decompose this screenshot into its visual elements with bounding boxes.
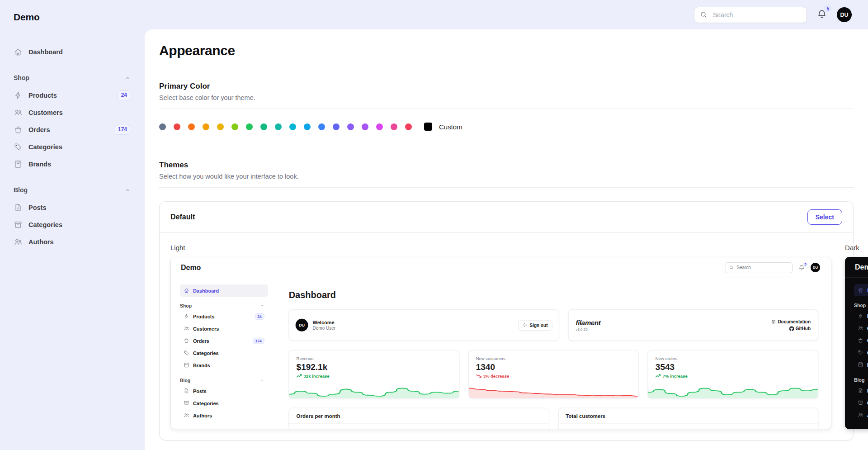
preview-sidebar: DashboardShopProducts24CustomersOrders17… (171, 278, 277, 429)
color-swatch-green[interactable] (246, 123, 253, 130)
preview-page-title: Dashboard (289, 290, 818, 300)
sidebar-item-dashboard[interactable]: Dashboard (14, 43, 131, 61)
sidebar-item-authors[interactable]: Authors (14, 233, 131, 251)
page-title: Appearance (159, 43, 854, 58)
global-search[interactable] (694, 7, 807, 23)
sidebar-item-dashboard: Dashboard (180, 284, 268, 297)
count-badge: 174 (114, 125, 131, 135)
color-swatch-red[interactable] (174, 123, 180, 130)
nav-label: Orders (28, 126, 50, 133)
notifications-button[interactable]: 5 (816, 8, 828, 21)
bolt-icon (858, 313, 863, 319)
sidebar-item-categories: Categories (180, 347, 268, 359)
primary-color-section: Primary Color Select base color for your… (159, 82, 854, 131)
preview-brand: Demo (181, 263, 201, 271)
sidebar-item-brands[interactable]: Brands (14, 156, 131, 173)
sidebar-group-shop: ShopProducts24CustomersOrders174Categori… (180, 303, 268, 371)
variant-light: Light Demo Search 5 DU DashboardShopProd… (170, 244, 831, 429)
color-swatch-cyan[interactable] (289, 123, 296, 130)
stat-delta: 32k increase (297, 374, 452, 379)
sidebar-group-shop: ShopProducts24CustomersOrders174Categori… (854, 303, 868, 371)
users-icon (858, 325, 863, 331)
nav-label: Brands (28, 161, 51, 168)
color-swatch-sky[interactable] (304, 123, 311, 130)
nav-label: Posts (193, 388, 207, 393)
nav-label: Products (193, 313, 215, 319)
group-toggle-blog[interactable]: Blog (14, 183, 131, 197)
color-swatch-purple[interactable] (362, 123, 368, 130)
color-swatch-fuchsia[interactable] (376, 123, 383, 130)
theme-preview-light: Demo Search 5 DU DashboardShopProducts24… (170, 257, 831, 429)
color-swatch-violet[interactable] (347, 123, 354, 130)
search-input[interactable] (712, 11, 801, 19)
color-swatch-yellow[interactable] (217, 123, 224, 130)
sidebar-item-brands: Brands (180, 359, 268, 371)
sidebar-item-authors: Authors (854, 409, 868, 421)
nav-label: Categories (28, 221, 62, 228)
sidebar-group-blog: BlogPostsCategoriesAuthors (14, 183, 131, 251)
color-swatch-blue[interactable] (318, 123, 325, 130)
customers-line-chart: 4,0006,0008,00010,00012,00014,00016,0001… (563, 428, 813, 429)
color-swatch-teal[interactable] (275, 123, 282, 130)
color-swatch-lime[interactable] (231, 123, 238, 130)
sidebar-item-products: Products24 (180, 310, 268, 322)
color-swatch-pink[interactable] (391, 123, 397, 130)
custom-color-label: Custom (439, 123, 462, 131)
app-root: Demo DashboardShopProducts24CustomersOrd… (0, 0, 868, 450)
color-swatch-indigo[interactable] (333, 123, 340, 130)
color-swatch-orange[interactable] (188, 123, 195, 130)
sidebar-item-posts[interactable]: Posts (14, 199, 131, 216)
preview-avatar: DU (811, 263, 820, 272)
preview-bell-icon: 5 (798, 264, 805, 270)
home-icon (184, 288, 189, 294)
sidebar-item-customers[interactable]: Customers (14, 104, 131, 121)
group-toggle-shop[interactable]: Shop (14, 71, 131, 85)
sidebar-item-products[interactable]: Products24 (14, 87, 131, 104)
preview-topbar: Demo Search 5 DU (845, 257, 868, 278)
color-swatch-emerald[interactable] (260, 123, 267, 130)
sparkline-chart (648, 387, 818, 398)
sidebar-item-posts: Posts (180, 385, 268, 397)
color-swatch-custom[interactable] (424, 123, 432, 131)
sidebar-item-categories[interactable]: Categories (14, 216, 131, 233)
nav-label: Customers (28, 109, 63, 116)
nav-label: Posts (28, 204, 47, 211)
sidebar-item-orders[interactable]: Orders174 (14, 121, 131, 138)
sidebar: Demo DashboardShopProducts24CustomersOrd… (0, 0, 145, 450)
preview-avatar: DU (296, 319, 308, 332)
nav-label: Categories (193, 350, 219, 355)
color-swatch-slate[interactable] (159, 123, 166, 130)
group-toggle-blog: Blog (854, 377, 868, 383)
variant-dark-label: Dark (845, 244, 868, 251)
bookmark-icon (14, 160, 23, 169)
preview-search: Search (725, 262, 793, 273)
notification-count-badge: 5 (824, 5, 832, 12)
color-swatch-rose[interactable] (405, 123, 412, 130)
group-label: Blog (14, 186, 28, 194)
sidebar-group-blog: BlogPostsCategoriesAuthors (180, 378, 268, 422)
main-panel: Appearance Primary Color Select base col… (145, 29, 868, 450)
github-link: GitHub (789, 326, 811, 331)
chart-title: Total customers (558, 408, 818, 424)
variant-light-label: Light (170, 244, 831, 251)
bolt-icon (14, 91, 23, 100)
count-badge: 24 (117, 90, 131, 100)
shopping-bag-icon (14, 125, 23, 134)
shopping-bag-icon (858, 337, 863, 343)
theme-preview-dark: Demo Search 5 DU DashboardShopProducts24… (845, 257, 868, 429)
search-icon (729, 265, 734, 270)
nav-label: Brands (193, 362, 210, 368)
document-icon (14, 203, 23, 212)
bookmark-icon (184, 362, 189, 368)
color-swatch-amber[interactable] (203, 123, 209, 130)
brand[interactable]: Demo (14, 12, 131, 23)
user-avatar[interactable]: DU (837, 7, 852, 22)
select-theme-button[interactable]: Select (807, 209, 842, 225)
sparkline-chart (469, 387, 638, 398)
chevron-up-icon (260, 378, 264, 383)
sidebar-item-categories[interactable]: Categories (14, 138, 131, 156)
primary-color-heading: Primary Color (159, 82, 854, 91)
sidebar-group-blog: BlogPostsCategoriesAuthors (854, 377, 868, 421)
welcome-subtitle: Demo User (313, 326, 336, 331)
stat-delta: 7% increase (656, 374, 811, 379)
